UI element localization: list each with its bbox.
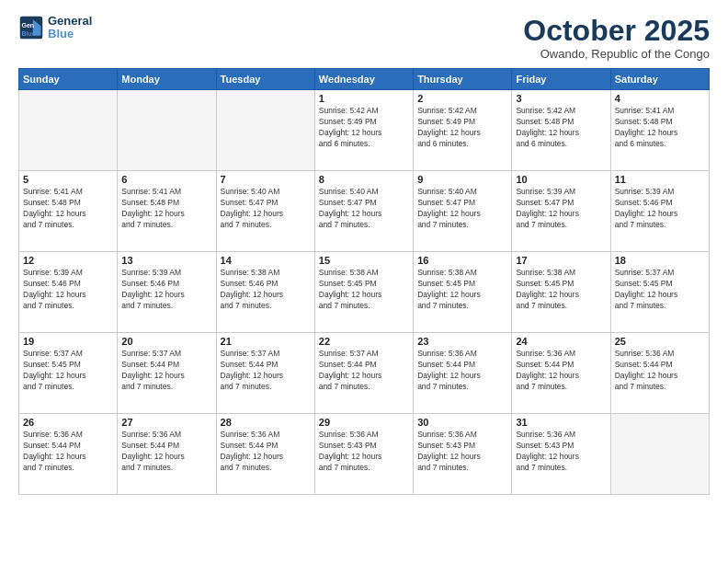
day-info: Sunrise: 5:42 AM Sunset: 5:49 PM Dayligh… bbox=[319, 106, 409, 150]
day-info: Sunrise: 5:36 AM Sunset: 5:43 PM Dayligh… bbox=[319, 430, 409, 474]
calendar-cell: 29Sunrise: 5:36 AM Sunset: 5:43 PM Dayli… bbox=[314, 414, 413, 495]
calendar-week-row: 1Sunrise: 5:42 AM Sunset: 5:49 PM Daylig… bbox=[19, 90, 710, 171]
day-info: Sunrise: 5:40 AM Sunset: 5:47 PM Dayligh… bbox=[417, 187, 507, 231]
calendar-cell: 1Sunrise: 5:42 AM Sunset: 5:49 PM Daylig… bbox=[314, 90, 413, 171]
day-number: 4 bbox=[615, 93, 705, 104]
day-number: 1 bbox=[319, 93, 409, 104]
page: Gen Blue General Blue October 2025 Owand… bbox=[0, 0, 728, 563]
logo: Gen Blue General Blue bbox=[18, 15, 92, 41]
calendar-cell: 16Sunrise: 5:38 AM Sunset: 5:45 PM Dayli… bbox=[414, 252, 512, 333]
day-number: 27 bbox=[121, 417, 211, 428]
calendar-cell: 15Sunrise: 5:38 AM Sunset: 5:45 PM Dayli… bbox=[314, 252, 413, 333]
calendar-table: SundayMondayTuesdayWednesdayThursdayFrid… bbox=[18, 68, 710, 495]
day-number: 21 bbox=[221, 336, 311, 347]
title-block: October 2025 Owando, Republic of the Con… bbox=[523, 15, 710, 61]
day-info: Sunrise: 5:42 AM Sunset: 5:48 PM Dayligh… bbox=[516, 106, 606, 150]
day-number: 25 bbox=[615, 336, 705, 347]
weekday-header: Saturday bbox=[610, 69, 709, 90]
day-info: Sunrise: 5:36 AM Sunset: 5:43 PM Dayligh… bbox=[417, 430, 507, 474]
calendar-week-row: 12Sunrise: 5:39 AM Sunset: 5:46 PM Dayli… bbox=[19, 252, 710, 333]
calendar-cell bbox=[216, 90, 314, 171]
calendar-cell: 23Sunrise: 5:36 AM Sunset: 5:44 PM Dayli… bbox=[414, 333, 512, 414]
day-number: 20 bbox=[121, 336, 211, 347]
logo-line1: General bbox=[48, 15, 92, 28]
day-info: Sunrise: 5:39 AM Sunset: 5:46 PM Dayligh… bbox=[615, 187, 705, 231]
day-info: Sunrise: 5:40 AM Sunset: 5:47 PM Dayligh… bbox=[319, 187, 409, 231]
logo-text: General Blue bbox=[48, 15, 92, 41]
calendar-cell: 17Sunrise: 5:38 AM Sunset: 5:45 PM Dayli… bbox=[512, 252, 610, 333]
day-info: Sunrise: 5:38 AM Sunset: 5:45 PM Dayligh… bbox=[516, 268, 606, 312]
calendar-cell: 10Sunrise: 5:39 AM Sunset: 5:47 PM Dayli… bbox=[512, 171, 610, 252]
day-info: Sunrise: 5:37 AM Sunset: 5:44 PM Dayligh… bbox=[221, 349, 311, 393]
calendar-cell: 22Sunrise: 5:37 AM Sunset: 5:44 PM Dayli… bbox=[314, 333, 413, 414]
calendar-week-row: 19Sunrise: 5:37 AM Sunset: 5:45 PM Dayli… bbox=[19, 333, 710, 414]
day-info: Sunrise: 5:41 AM Sunset: 5:48 PM Dayligh… bbox=[121, 187, 211, 231]
logo-line2: Blue bbox=[48, 27, 74, 40]
day-info: Sunrise: 5:37 AM Sunset: 5:45 PM Dayligh… bbox=[23, 349, 113, 393]
day-info: Sunrise: 5:41 AM Sunset: 5:48 PM Dayligh… bbox=[23, 187, 113, 231]
day-info: Sunrise: 5:36 AM Sunset: 5:44 PM Dayligh… bbox=[23, 430, 113, 474]
weekday-header: Sunday bbox=[19, 69, 118, 90]
calendar-cell: 4Sunrise: 5:41 AM Sunset: 5:48 PM Daylig… bbox=[610, 90, 709, 171]
month-title: October 2025 bbox=[523, 15, 710, 47]
day-info: Sunrise: 5:36 AM Sunset: 5:44 PM Dayligh… bbox=[121, 430, 211, 474]
day-info: Sunrise: 5:38 AM Sunset: 5:46 PM Dayligh… bbox=[221, 268, 311, 312]
calendar-cell: 11Sunrise: 5:39 AM Sunset: 5:46 PM Dayli… bbox=[610, 171, 709, 252]
weekday-header: Wednesday bbox=[314, 69, 413, 90]
day-info: Sunrise: 5:39 AM Sunset: 5:46 PM Dayligh… bbox=[23, 268, 113, 312]
svg-text:Blue: Blue bbox=[22, 30, 36, 37]
calendar-cell: 25Sunrise: 5:36 AM Sunset: 5:44 PM Dayli… bbox=[610, 333, 709, 414]
weekday-header: Thursday bbox=[414, 69, 512, 90]
calendar-cell bbox=[610, 414, 709, 495]
day-number: 9 bbox=[417, 174, 507, 185]
day-number: 22 bbox=[319, 336, 409, 347]
weekday-header-row: SundayMondayTuesdayWednesdayThursdayFrid… bbox=[19, 69, 710, 90]
day-info: Sunrise: 5:36 AM Sunset: 5:44 PM Dayligh… bbox=[615, 349, 705, 393]
day-info: Sunrise: 5:36 AM Sunset: 5:44 PM Dayligh… bbox=[516, 349, 606, 393]
calendar-cell: 12Sunrise: 5:39 AM Sunset: 5:46 PM Dayli… bbox=[19, 252, 118, 333]
calendar-week-row: 5Sunrise: 5:41 AM Sunset: 5:48 PM Daylig… bbox=[19, 171, 710, 252]
calendar-cell: 19Sunrise: 5:37 AM Sunset: 5:45 PM Dayli… bbox=[19, 333, 118, 414]
day-info: Sunrise: 5:41 AM Sunset: 5:48 PM Dayligh… bbox=[615, 106, 705, 150]
day-number: 8 bbox=[319, 174, 409, 185]
day-number: 30 bbox=[417, 417, 507, 428]
weekday-header: Tuesday bbox=[216, 69, 314, 90]
day-number: 2 bbox=[417, 93, 507, 104]
day-number: 3 bbox=[516, 93, 606, 104]
day-info: Sunrise: 5:42 AM Sunset: 5:49 PM Dayligh… bbox=[417, 106, 507, 150]
day-number: 23 bbox=[417, 336, 507, 347]
calendar-cell: 2Sunrise: 5:42 AM Sunset: 5:49 PM Daylig… bbox=[414, 90, 512, 171]
subtitle: Owando, Republic of the Congo bbox=[523, 47, 710, 61]
day-number: 24 bbox=[516, 336, 606, 347]
day-info: Sunrise: 5:38 AM Sunset: 5:45 PM Dayligh… bbox=[417, 268, 507, 312]
day-number: 17 bbox=[516, 255, 606, 266]
calendar-cell: 30Sunrise: 5:36 AM Sunset: 5:43 PM Dayli… bbox=[414, 414, 512, 495]
day-info: Sunrise: 5:39 AM Sunset: 5:47 PM Dayligh… bbox=[516, 187, 606, 231]
day-number: 13 bbox=[121, 255, 211, 266]
weekday-header: Monday bbox=[118, 69, 216, 90]
calendar-cell: 3Sunrise: 5:42 AM Sunset: 5:48 PM Daylig… bbox=[512, 90, 610, 171]
day-info: Sunrise: 5:36 AM Sunset: 5:43 PM Dayligh… bbox=[516, 430, 606, 474]
day-info: Sunrise: 5:37 AM Sunset: 5:44 PM Dayligh… bbox=[121, 349, 211, 393]
day-number: 6 bbox=[121, 174, 211, 185]
day-number: 10 bbox=[516, 174, 606, 185]
day-number: 29 bbox=[319, 417, 409, 428]
svg-text:Gen: Gen bbox=[22, 22, 35, 29]
day-number: 19 bbox=[23, 336, 113, 347]
day-number: 28 bbox=[221, 417, 311, 428]
day-number: 14 bbox=[221, 255, 311, 266]
day-number: 26 bbox=[23, 417, 113, 428]
header: Gen Blue General Blue October 2025 Owand… bbox=[18, 15, 710, 61]
day-info: Sunrise: 5:36 AM Sunset: 5:44 PM Dayligh… bbox=[221, 430, 311, 474]
calendar-cell: 26Sunrise: 5:36 AM Sunset: 5:44 PM Dayli… bbox=[19, 414, 118, 495]
calendar-cell: 27Sunrise: 5:36 AM Sunset: 5:44 PM Dayli… bbox=[118, 414, 216, 495]
calendar-cell: 21Sunrise: 5:37 AM Sunset: 5:44 PM Dayli… bbox=[216, 333, 314, 414]
day-number: 16 bbox=[417, 255, 507, 266]
day-info: Sunrise: 5:37 AM Sunset: 5:45 PM Dayligh… bbox=[615, 268, 705, 312]
calendar-cell: 13Sunrise: 5:39 AM Sunset: 5:46 PM Dayli… bbox=[118, 252, 216, 333]
day-info: Sunrise: 5:37 AM Sunset: 5:44 PM Dayligh… bbox=[319, 349, 409, 393]
calendar-cell: 18Sunrise: 5:37 AM Sunset: 5:45 PM Dayli… bbox=[610, 252, 709, 333]
day-number: 7 bbox=[221, 174, 311, 185]
weekday-header: Friday bbox=[512, 69, 610, 90]
calendar-cell: 8Sunrise: 5:40 AM Sunset: 5:47 PM Daylig… bbox=[314, 171, 413, 252]
